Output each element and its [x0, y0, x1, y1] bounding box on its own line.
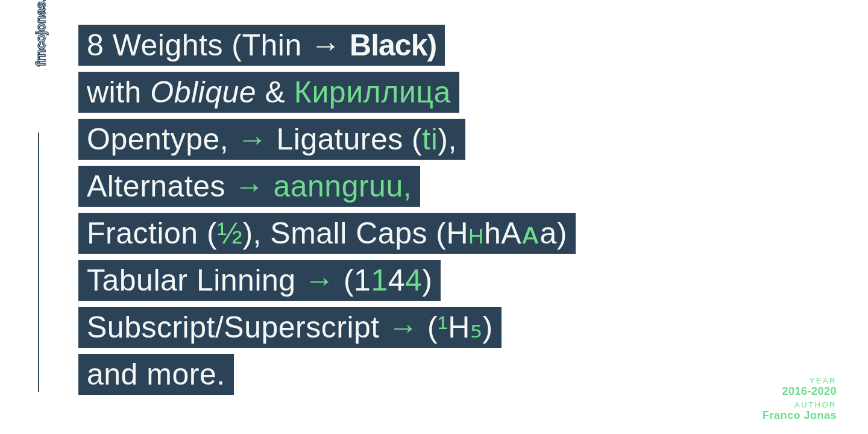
line-ligatures: Opentype, → Ligatures (ti), — [78, 116, 576, 163]
text-alt-glyphs: aanngruu, — [273, 169, 412, 203]
text-four-alt: 4 — [405, 263, 422, 297]
arrow-icon: → — [237, 122, 268, 156]
paren-open: ( — [231, 28, 242, 62]
text-asc: ᴀ — [521, 216, 540, 250]
year-label: Year — [763, 376, 837, 385]
text-alternates: Alternates — [87, 169, 234, 203]
line-subsup: Subscript/Superscript → (¹H₅) — [78, 304, 576, 351]
line-tabular: Tabular Linning → (1144) — [78, 257, 576, 304]
text-a2: a) — [540, 216, 567, 250]
text-thin: Thin — [242, 28, 301, 62]
specimen-text: 8 Weights (Thin → Black) with Oblique & … — [78, 22, 576, 398]
author-value: Franco Jonas — [763, 409, 837, 422]
paren-close: ) — [422, 263, 432, 297]
text-sup1: ¹ — [438, 310, 448, 344]
line-alternates: Alternates → aanngruu, — [78, 163, 576, 210]
text-h: H — [448, 310, 470, 344]
arrow-icon: → — [304, 263, 335, 297]
arrow-icon: → — [388, 310, 419, 344]
text-sub5: ₅ — [470, 310, 483, 344]
text-subsup: Subscript/Superscript — [87, 310, 388, 344]
text-smallcaps: ), Small Caps (H — [242, 216, 468, 250]
year-value: 2016-2020 — [763, 385, 837, 398]
paren-close: ) — [427, 28, 436, 62]
author-label: Author — [763, 400, 837, 409]
text-opentype: Opentype, — [87, 122, 237, 156]
text-fraction: Fraction ( — [87, 216, 217, 250]
line-smallcaps: Fraction (½), Small Caps (HнhAᴀa) — [78, 210, 576, 257]
line-weights: 8 Weights (Thin → Black) — [78, 22, 576, 69]
text-four: 4 — [388, 263, 405, 297]
arrow-icon: → — [234, 169, 265, 203]
text-cyrillic: Кириллица — [294, 75, 451, 109]
paren-open: ( — [419, 310, 438, 344]
text-black: Black — [350, 28, 427, 62]
paren-close: ), — [438, 122, 457, 156]
vertical-divider — [38, 133, 39, 392]
text-ti-lig: ti — [422, 122, 438, 156]
paren-open: (1 — [335, 263, 371, 297]
paren-close: ) — [482, 310, 492, 344]
meta-block: Year 2016-2020 Author Franco Jonas — [763, 374, 837, 422]
line-oblique: with Oblique & Кириллица — [78, 69, 576, 116]
text-amp: & — [256, 75, 294, 109]
arrow-icon: → — [302, 28, 350, 62]
text-ligatures: Ligatures ( — [268, 122, 422, 156]
text-half: ½ — [217, 216, 242, 250]
text-h2: hA — [484, 216, 521, 250]
line-more: and more. — [78, 351, 576, 398]
brand-url[interactable]: frncojonas.com — [33, 0, 49, 66]
text-weights: 8 Weights — [87, 28, 231, 62]
text-more: and more. — [87, 357, 225, 391]
text-with: with — [87, 75, 150, 109]
space — [265, 169, 273, 203]
text-hsc: н — [468, 216, 484, 250]
text-tabular: Tabular Linning — [87, 263, 304, 297]
text-one-alt: 1 — [371, 263, 388, 297]
text-oblique: Oblique — [150, 75, 256, 109]
